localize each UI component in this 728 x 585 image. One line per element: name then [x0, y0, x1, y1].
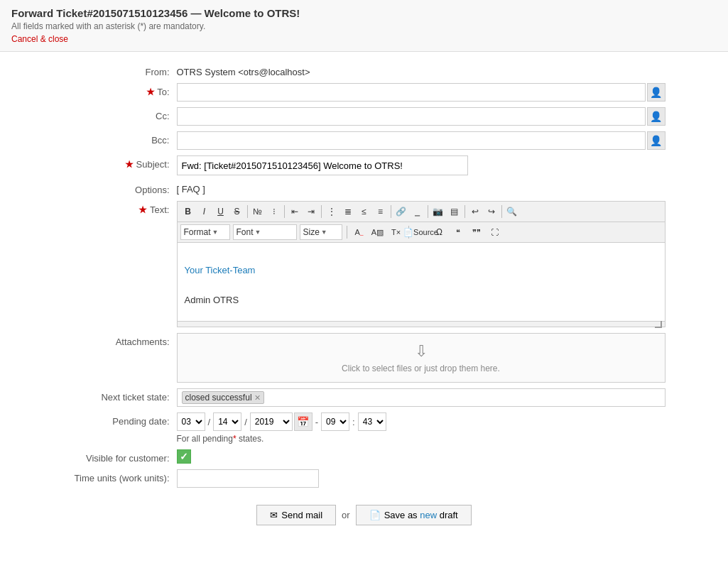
align-right-button[interactable]: ≤ — [357, 204, 372, 219]
find-button[interactable]: 🔍 — [504, 204, 520, 219]
ordered-list-button[interactable]: № — [250, 204, 266, 219]
editor-line-3 — [185, 280, 658, 290]
to-address-button[interactable]: 👤 — [647, 83, 665, 102]
cc-address-button[interactable]: 👤 — [647, 107, 665, 126]
source-icon: 📄 — [403, 228, 413, 237]
next-ticket-state-label: Next ticket state: — [63, 388, 177, 403]
format-select-label: Format — [184, 227, 211, 237]
pending-date-row: Pending date: 03 / 14 / 2019 📅 - 09 — [63, 412, 665, 444]
toolbar-separator-6 — [464, 205, 465, 218]
indent-decrease-button[interactable]: ⇤ — [287, 204, 303, 219]
align-justify-button[interactable]: ≡ — [373, 204, 389, 219]
unlink-button[interactable]: ⎯ — [410, 204, 425, 219]
cancel-link[interactable]: Cancel — [11, 34, 38, 44]
toolbar-separator-1 — [247, 205, 248, 218]
unordered-list-button[interactable]: ⁝ — [266, 204, 282, 219]
indent-increase-button[interactable]: ⇥ — [303, 204, 319, 219]
close-link[interactable]: close — [48, 34, 68, 44]
source-button[interactable]: 📄 Source — [413, 224, 429, 240]
cc-row: Cc: 👤 — [63, 107, 665, 126]
pending-hour-select[interactable]: 09 — [321, 412, 349, 431]
quote-button[interactable]: ❝ — [450, 224, 466, 240]
font-color-button[interactable]: A_ — [352, 224, 367, 240]
pending-minute-select[interactable]: 43 — [358, 412, 386, 431]
tag-label: closed successful — [185, 393, 252, 403]
options-row: Options: [ FAQ ] — [63, 181, 665, 195]
font-select[interactable]: Font ▼ — [233, 224, 297, 240]
page-title: Forward Ticket#2015071510123456 — Welcom… — [11, 7, 717, 19]
closed-successful-tag: closed successful ✕ — [182, 391, 264, 404]
editor-line-1 — [185, 250, 658, 261]
calendar-button[interactable]: 📅 — [294, 412, 313, 431]
tag-close-button[interactable]: ✕ — [254, 393, 261, 403]
size-select-label: Size — [303, 227, 320, 237]
visible-for-customer-checkbox[interactable]: ✓ — [177, 449, 191, 464]
omega-button[interactable]: Ω — [432, 224, 447, 240]
pending-year-select[interactable]: 2019 — [250, 412, 293, 431]
options-label: Options: — [63, 181, 177, 195]
from-label: From: — [63, 63, 177, 77]
visible-for-customer-row: Visible for customer: ✓ — [63, 449, 665, 464]
special-char-button[interactable]: ▤ — [447, 204, 462, 219]
undo-button[interactable]: ↩ — [467, 204, 483, 219]
subject-label: ★ Subject: — [63, 155, 177, 170]
to-input[interactable] — [177, 83, 646, 102]
faq-link[interactable]: [ FAQ ] — [177, 184, 205, 195]
attachments-row: Attachments: ⇩ Click to select files or … — [63, 333, 665, 383]
align-center-button[interactable]: ≣ — [340, 204, 356, 219]
bg-color-button[interactable]: A▧ — [370, 224, 386, 240]
to-label: ★ To: — [63, 83, 177, 97]
editor-content[interactable]: Your Ticket-Team Admin OTRS — [178, 243, 665, 321]
or-text: or — [342, 510, 350, 520]
resize-icon — [655, 321, 662, 328]
save-as-new-draft-button[interactable]: 📄 Save as new draft — [356, 505, 472, 525]
next-ticket-state-row: Next ticket state: closed successful ✕ — [63, 388, 665, 407]
underline-button[interactable]: U — [213, 204, 229, 219]
to-row: ★ To: 👤 — [63, 83, 665, 102]
image-button[interactable]: 📷 — [430, 204, 446, 219]
time-units-input[interactable] — [177, 469, 319, 488]
align-left-button[interactable]: ⋮ — [324, 204, 339, 219]
next-ticket-state-input[interactable]: closed successful ✕ — [177, 388, 665, 407]
visible-for-customer-label: Visible for customer: — [63, 449, 177, 464]
font-chevron-icon: ▼ — [255, 229, 261, 236]
clear-format-button[interactable]: T× — [389, 224, 404, 240]
save-draft-label: Save as new draft — [384, 510, 458, 520]
upload-icon: ⇩ — [415, 342, 428, 361]
bold-button[interactable]: B — [180, 204, 196, 219]
draft-icon: 📄 — [369, 510, 381, 520]
pending-date-inputs: 03 / 14 / 2019 📅 - 09 : 43 — [177, 412, 665, 431]
italic-button[interactable]: I — [197, 204, 212, 219]
bcc-address-button[interactable]: 👤 — [647, 131, 665, 150]
send-mail-button[interactable]: ✉ Send mail — [256, 505, 336, 525]
bcc-input[interactable] — [177, 131, 646, 150]
attachments-hint: Click to select files or just drop them … — [342, 363, 500, 373]
size-chevron-icon: ▼ — [321, 229, 327, 236]
pending-month-select[interactable]: 03 — [177, 412, 205, 431]
cc-label: Cc: — [63, 107, 177, 121]
link-button[interactable]: 🔗 — [393, 204, 409, 219]
attachments-label: Attachments: — [63, 333, 177, 347]
subject-row: ★ Subject: — [63, 155, 665, 175]
rich-text-editor[interactable]: B I U S № ⁝ ⇤ ⇥ ⋮ ≣ ≤ ≡ 🔗 — [177, 201, 665, 327]
pending-note: For all pending* states. — [177, 434, 665, 444]
editor-line-4: Admin OTRS — [185, 295, 658, 305]
pending-day-select[interactable]: 14 — [213, 412, 241, 431]
redo-button[interactable]: ↪ — [484, 204, 499, 219]
subject-input[interactable] — [177, 155, 468, 175]
send-mail-label: Send mail — [281, 510, 322, 520]
toolbar-separator-7 — [501, 205, 502, 218]
size-select[interactable]: Size ▼ — [300, 224, 342, 240]
editor-toolbar-row2: Format ▼ Font ▼ Size ▼ A_ A▧ T× — [178, 222, 665, 243]
fullscreen-button[interactable]: ⛶ — [487, 224, 503, 240]
toolbar-separator-2 — [284, 205, 285, 218]
cancel-close-links: Cancel & close — [11, 34, 717, 44]
strikethrough-button[interactable]: S — [229, 204, 245, 219]
attachments-dropzone[interactable]: ⇩ Click to select files or just drop the… — [177, 333, 665, 383]
cc-input[interactable] — [177, 107, 646, 126]
form-footer: ✉ Send mail or 📄 Save as new draft — [63, 505, 665, 547]
editor-resize-handle[interactable] — [178, 321, 665, 327]
format-select[interactable]: Format ▼ — [180, 224, 230, 240]
bcc-label: Bcc: — [63, 131, 177, 146]
blockquote-button[interactable]: ❞❞ — [469, 224, 484, 240]
